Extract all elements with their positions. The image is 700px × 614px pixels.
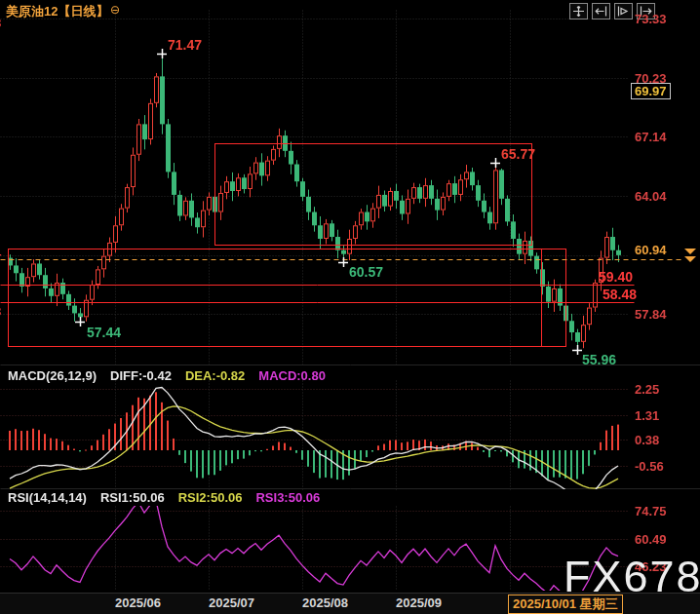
trendline-price-label: 59.40	[599, 269, 633, 285]
price-annotation: 60.57	[349, 264, 383, 280]
time-axis-label: 2025/06	[115, 595, 161, 610]
fx678-watermark: FX678	[564, 552, 700, 602]
price-annotation: 57.44	[87, 325, 121, 340]
price-annotation: 71.47	[168, 37, 202, 53]
instrument-title: 美原油12【日线】	[6, 3, 108, 20]
macd-label-part: MACD:0.80	[258, 368, 326, 383]
macd-axis-label: 1.31	[635, 408, 659, 423]
price-axis-label: 67.14	[635, 130, 667, 144]
price-axis-label: 69.97	[631, 83, 671, 99]
collapse-panel-icon[interactable]: ⊖	[110, 3, 120, 17]
macd-axis-label: 2.25	[635, 382, 659, 397]
rsi-indicator-label-row: RSI(14,14,14)RSI1:50.06RSI2:50.06RSI3:50…	[8, 490, 320, 505]
rsi-label-part: RSI3:50.06	[255, 490, 320, 505]
price-axis-label: 73.33	[635, 12, 667, 26]
rsi-axis-label: 60.49	[635, 532, 667, 547]
time-axis-label: 2025/07	[209, 595, 254, 610]
price-axis-label: 60.94	[635, 243, 667, 257]
pan-tool-button[interactable]	[569, 3, 588, 19]
chart-window: 美原油12【日线】 ⊖ 73.3370.2369.9767.1464.0460.…	[0, 0, 700, 614]
scale-left-button[interactable]	[592, 3, 610, 19]
macd-axis-label: -0.56	[635, 459, 664, 474]
trendline-price-label: 58.48	[603, 287, 637, 302]
clipped-axis-label: 8	[0, 304, 1, 319]
price-annotation: 65.77	[501, 146, 535, 162]
time-axis-label: 2025/09	[396, 595, 442, 610]
macd-label-part: DEA:-0.82	[185, 368, 245, 383]
price-axis-label: 57.84	[635, 307, 667, 322]
scale-latest-button[interactable]	[614, 3, 633, 19]
time-axis-label: 2025/08	[302, 595, 348, 610]
price-axis-label: 64.04	[635, 189, 667, 204]
price-annotation: 55.96	[582, 352, 616, 367]
rsi-label-part: RSI(14,14,14)	[8, 490, 87, 505]
price-chart-canvas[interactable]	[0, 0, 700, 614]
pan-arrows-icon	[572, 6, 585, 17]
macd-axis-label: 0.38	[635, 433, 659, 447]
rsi-label-part: RSI2:50.06	[178, 490, 243, 505]
clipped-axis-label: 4	[0, 246, 1, 260]
rsi-axis-label: 74.75	[635, 504, 667, 518]
macd-label-part: MACD(26,12,9)	[8, 368, 97, 383]
axis-play-icon	[617, 6, 630, 17]
macd-label-part: DIFF:-0.42	[110, 368, 172, 383]
macd-indicator-label-row: MACD(26,12,9)DIFF:-0.42DEA:-0.82MACD:0.8…	[8, 368, 326, 383]
clipped-axis-label: 8	[0, 16, 1, 30]
rsi-label-part: RSI1:50.06	[100, 490, 165, 505]
axis-arrow-left-icon	[595, 6, 607, 17]
